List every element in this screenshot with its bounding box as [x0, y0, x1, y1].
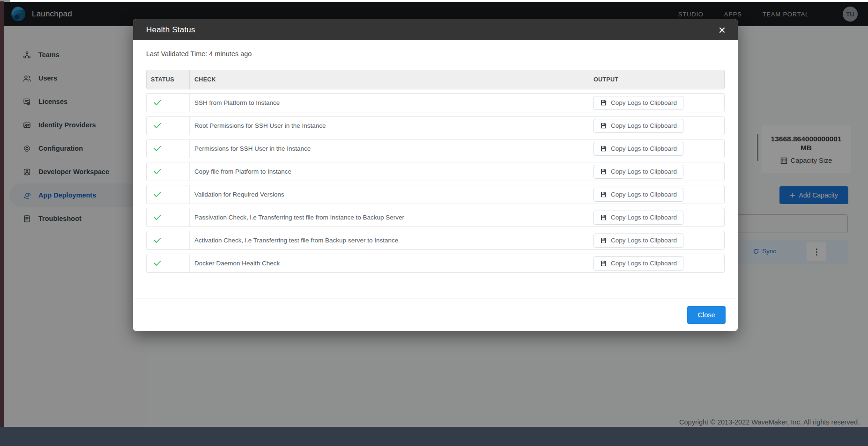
output-cell: Copy Logs to Clipboard: [594, 94, 724, 112]
copy-logs-button[interactable]: Copy Logs to Clipboard: [594, 142, 683, 156]
check-icon: [154, 100, 161, 106]
status-cell: [147, 139, 190, 158]
check-icon: [154, 191, 161, 197]
status-cell: [147, 117, 190, 135]
header-status: STATUS: [147, 70, 190, 89]
health-check-row: Copy file from Platform to Instance Copy…: [146, 162, 725, 181]
health-check-row: Validation for Required Versions Copy Lo…: [146, 185, 725, 204]
check-icon: [154, 260, 161, 266]
output-cell: Copy Logs to Clipboard: [594, 254, 724, 272]
copy-logs-button[interactable]: Copy Logs to Clipboard: [594, 119, 683, 133]
status-cell: [147, 162, 190, 181]
output-cell: Copy Logs to Clipboard: [594, 231, 724, 249]
copy-logs-button[interactable]: Copy Logs to Clipboard: [594, 165, 683, 179]
health-check-row: Passivation Check, i.e Transferring test…: [146, 208, 725, 227]
output-cell: Copy Logs to Clipboard: [594, 117, 724, 135]
check-icon: [154, 123, 161, 129]
copy-logs-button[interactable]: Copy Logs to Clipboard: [594, 188, 683, 202]
top-edge-strip: [10, 0, 868, 2]
modal-footer: Close: [133, 299, 738, 331]
save-icon: [600, 145, 607, 152]
status-cell: [147, 208, 190, 227]
check-label: Docker Daemon Health Check: [190, 254, 594, 272]
health-table-body: SSH from Platform to Instance Copy Logs …: [146, 93, 725, 273]
check-icon: [154, 214, 161, 220]
check-label: Copy file from Platform to Instance: [190, 162, 594, 181]
health-check-row: SSH from Platform to Instance Copy Logs …: [146, 93, 725, 112]
check-label: Activation Check, i.e Transferring test …: [190, 231, 594, 249]
check-label: SSH from Platform to Instance: [190, 94, 594, 112]
save-icon: [600, 237, 607, 244]
check-icon: [154, 237, 161, 243]
health-check-row: Docker Daemon Health Check Copy Logs to …: [146, 254, 725, 273]
health-check-row: Root Permissions for SSH User in the Ins…: [146, 116, 725, 135]
copy-logs-button[interactable]: Copy Logs to Clipboard: [594, 211, 683, 225]
save-icon: [600, 122, 607, 129]
status-cell: [147, 94, 190, 112]
copy-logs-button[interactable]: Copy Logs to Clipboard: [594, 256, 683, 271]
output-cell: Copy Logs to Clipboard: [594, 162, 724, 181]
status-cell: [147, 231, 190, 249]
save-icon: [600, 260, 607, 267]
status-cell: [147, 185, 190, 204]
header-output: OUTPUT: [594, 70, 724, 89]
save-icon: [600, 168, 607, 175]
close-button[interactable]: Close: [687, 306, 726, 324]
health-check-row: Permissions for SSH User in the Instance…: [146, 139, 725, 158]
last-validated-time: Last Validated Time: 4 minutes ago: [146, 50, 725, 58]
header-check: CHECK: [190, 70, 594, 89]
check-label: Validation for Required Versions: [190, 185, 594, 204]
save-icon: [600, 99, 607, 106]
health-check-row: Activation Check, i.e Transferring test …: [146, 231, 725, 250]
output-cell: Copy Logs to Clipboard: [594, 208, 724, 227]
copy-logs-button[interactable]: Copy Logs to Clipboard: [594, 96, 683, 110]
copy-logs-button[interactable]: Copy Logs to Clipboard: [594, 234, 683, 248]
output-cell: Copy Logs to Clipboard: [594, 139, 724, 158]
check-icon: [154, 168, 161, 175]
check-label: Permissions for SSH User in the Instance: [190, 139, 594, 158]
health-table: STATUS CHECK OUTPUT SSH from Platform to…: [146, 70, 725, 273]
save-icon: [600, 191, 607, 198]
health-table-header: STATUS CHECK OUTPUT: [146, 70, 725, 89]
close-icon[interactable]: ×: [719, 24, 726, 36]
modal-title: Health Status: [146, 25, 195, 35]
output-cell: Copy Logs to Clipboard: [594, 185, 724, 204]
modal-body: Last Validated Time: 4 minutes ago STATU…: [133, 40, 738, 299]
modal-header: Health Status ×: [133, 19, 738, 40]
health-status-modal: Health Status × Last Validated Time: 4 m…: [133, 19, 738, 331]
left-edge-strip: [0, 1, 4, 427]
check-label: Root Permissions for SSH User in the Ins…: [190, 117, 594, 135]
check-label: Passivation Check, i.e Transferring test…: [190, 208, 594, 227]
status-cell: [147, 254, 190, 272]
save-icon: [600, 214, 607, 221]
check-icon: [154, 146, 161, 152]
